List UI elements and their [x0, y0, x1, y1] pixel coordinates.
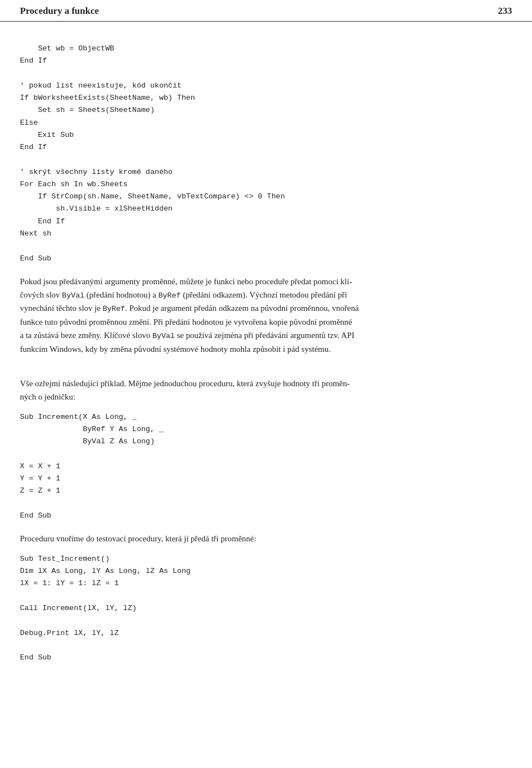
page-header: Procedury a funkce 233: [0, 0, 532, 22]
prose-block-2: Vše ozřejmí následující příklad. Mějme j…: [20, 377, 512, 403]
inline-code-byval: ByVal: [62, 291, 85, 300]
inline-code-byref-1: ByRef: [158, 291, 181, 300]
page-number: 233: [498, 6, 513, 17]
page-content: Set wb = ObjectWB End If ' pokud list ne…: [0, 22, 532, 694]
code-block-1: Set wb = ObjectWB End If ' pokud list ne…: [20, 43, 512, 265]
code-block-2: Sub Increment(X As Long, _ ByRef Y As Lo…: [20, 411, 512, 522]
page-header-title: Procedury a funkce: [20, 6, 99, 17]
prose-block-1: Pokud jsou předávanými argumenty proměnn…: [20, 275, 512, 356]
prose-block-3: Proceduru vnoříme do testovací procedury…: [20, 532, 512, 545]
inline-code-byval-2: ByVal: [152, 332, 175, 340]
code-block-3: Sub Test_Increment() Dim lX As Long, lY …: [20, 553, 512, 664]
inline-code-byref-2: ByRef: [103, 305, 125, 313]
